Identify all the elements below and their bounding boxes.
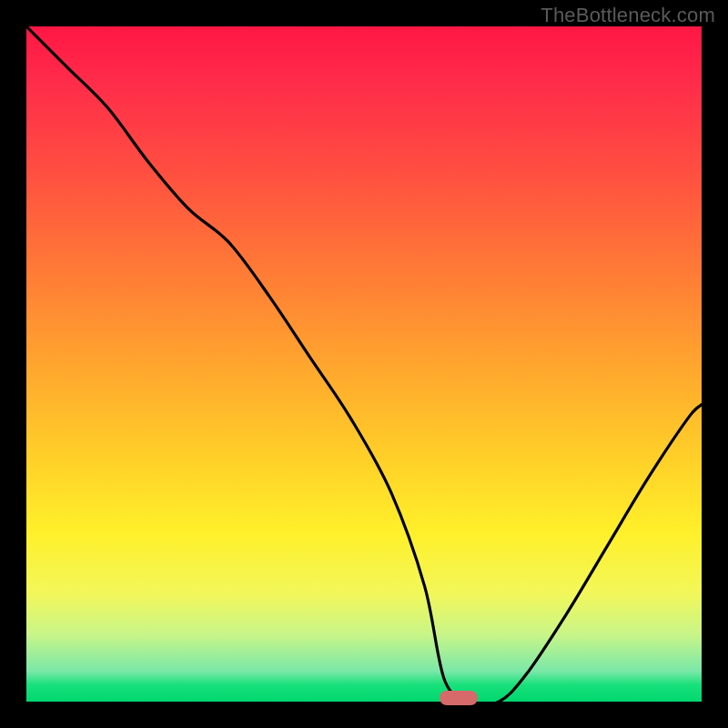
bottleneck-curve: [26, 26, 702, 702]
plot-area: [26, 26, 702, 702]
chart-frame: TheBottleneck.com: [0, 0, 728, 728]
attribution-text: TheBottleneck.com: [541, 4, 715, 27]
curve-layer: [26, 26, 702, 702]
optimal-marker: [440, 691, 478, 705]
